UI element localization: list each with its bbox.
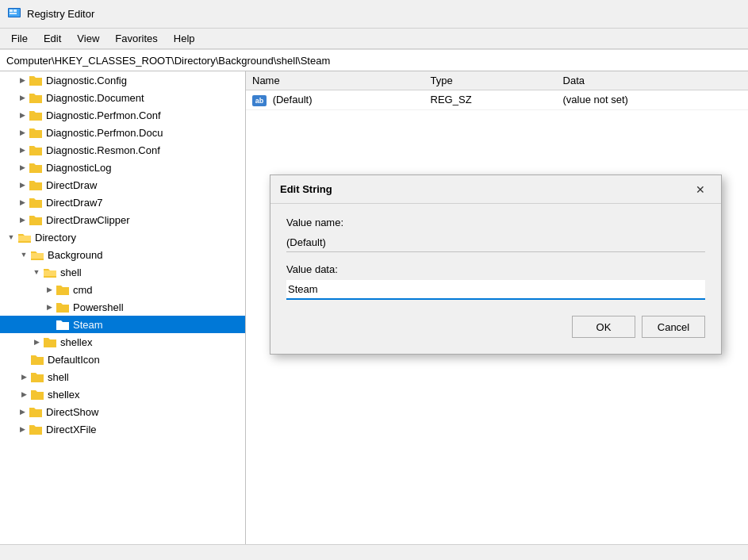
col-data: Data — [557, 71, 748, 90]
menu-help[interactable]: Help — [166, 31, 203, 46]
window-title: Registry Editor — [27, 8, 94, 20]
tree-panel[interactable]: Diagnostic.Config Diagnostic.Document Di… — [0, 71, 246, 544]
tree-item-label: Steam — [73, 319, 103, 331]
address-bar: Computer\HKEY_CLASSES_ROOT\Directory\Bac… — [0, 49, 748, 71]
menu-view[interactable]: View — [69, 31, 107, 46]
reg-type-cell: REG_SZ — [424, 90, 557, 110]
tree-item-label: Diagnostic.Perfmon.Conf — [46, 109, 161, 121]
tree-item-label: DirectXFile — [46, 424, 97, 435]
tree-item-defaulticon[interactable]: DefaultIcon — [0, 351, 245, 368]
chevron-icon — [17, 388, 30, 401]
value-name-label: Value name: — [286, 217, 705, 228]
tree-item-diagnosticlog[interactable]: DiagnosticLog — [0, 159, 245, 176]
chevron-icon — [16, 109, 29, 121]
chevron-icon — [16, 144, 29, 156]
tree-item-label: Diagnostic.Perfmon.Docu — [46, 127, 163, 139]
svg-rect-2 — [10, 10, 13, 12]
folder-icon — [56, 283, 70, 296]
tree-item-directdraw[interactable]: DirectDraw — [0, 176, 245, 194]
tree-item-label: DirectDraw — [46, 179, 97, 191]
folder-open-icon — [30, 248, 44, 261]
folder-icon — [30, 353, 44, 366]
folder-open-icon — [17, 231, 32, 244]
menu-edit[interactable]: Edit — [36, 31, 69, 46]
folder-icon — [30, 370, 44, 383]
tree-item-diagnostic-config[interactable]: Diagnostic.Config — [0, 71, 245, 89]
tree-item-diagnostic-perfmon-conf[interactable]: Diagnostic.Perfmon.Conf — [0, 106, 245, 124]
menu-bar: File Edit View Favorites Help — [0, 29, 748, 49]
chevron-open-icon — [17, 248, 30, 261]
chevron-icon — [16, 423, 29, 435]
tree-item-shell2[interactable]: shell — [0, 368, 245, 385]
dialog-body: Value name: Value data: OK Cancel — [270, 204, 721, 354]
tree-item-shellex2[interactable]: shellex — [0, 385, 245, 403]
registry-table: Name Type Data ab (Default) REG_SZ (valu… — [246, 71, 748, 110]
value-name-field — [286, 233, 705, 252]
chevron-icon — [16, 178, 29, 191]
tree-item-label: shellex — [60, 336, 92, 348]
chevron-icon — [16, 196, 29, 209]
folder-icon — [29, 405, 43, 418]
tree-item-label: Directory — [35, 232, 76, 244]
chevron-icon — [16, 405, 29, 418]
folder-icon — [29, 161, 43, 174]
reg-name-cell: ab (Default) — [246, 90, 424, 110]
chevron-open-icon — [5, 231, 17, 244]
folder-icon — [29, 178, 43, 191]
folder-icon — [29, 74, 43, 86]
tree-item-powershell[interactable]: Powershell — [0, 298, 245, 316]
dialog-buttons: OK Cancel — [286, 316, 705, 338]
svg-rect-3 — [13, 10, 17, 12]
svg-rect-4 — [10, 13, 17, 14]
tree-item-label: Background — [48, 249, 102, 261]
menu-file[interactable]: File — [3, 31, 36, 46]
tree-item-diagnostic-resmon-conf[interactable]: Diagnostic.Resmon.Conf — [0, 141, 245, 159]
folder-icon — [29, 213, 43, 226]
dialog-close-button[interactable]: ✕ — [689, 178, 712, 201]
tree-item-directxfile[interactable]: DirectXFile — [0, 420, 245, 438]
tree-item-label: DirectDraw7 — [46, 197, 103, 209]
app-icon — [6, 6, 22, 22]
chevron-open-icon — [30, 266, 43, 278]
tree-item-label: DefaultIcon — [48, 354, 100, 366]
tree-item-diagnostic-document[interactable]: Diagnostic.Document — [0, 89, 245, 106]
tree-item-label: shell — [48, 371, 69, 383]
tree-item-steam[interactable]: Steam — [0, 316, 245, 333]
table-row[interactable]: ab (Default) REG_SZ (value not set) — [246, 90, 748, 110]
tree-item-directshow[interactable]: DirectShow — [0, 403, 245, 420]
chevron-icon — [16, 126, 29, 139]
tree-item-directdraw7[interactable]: DirectDraw7 — [0, 194, 245, 211]
chevron-icon — [30, 336, 43, 348]
tree-item-label: DirectShow — [46, 406, 98, 418]
tree-item-directory[interactable]: Directory — [0, 228, 245, 246]
edit-string-dialog: Edit String ✕ Value name: Value data: OK… — [270, 175, 722, 355]
chevron-icon — [43, 283, 56, 296]
chevron-icon — [17, 370, 30, 383]
cancel-button[interactable]: Cancel — [642, 316, 705, 338]
tree-item-diagnostic-perfmon-docu[interactable]: Diagnostic.Perfmon.Docu — [0, 124, 245, 141]
tree-item-label: Diagnostic.Document — [46, 92, 144, 104]
title-bar: Registry Editor — [0, 0, 748, 29]
reg-data-cell: (value not set) — [557, 90, 748, 110]
dialog-title: Edit String — [280, 183, 332, 195]
col-name: Name — [246, 71, 424, 90]
folder-icon — [56, 301, 70, 313]
scrollbar-area — [0, 544, 748, 560]
chevron-icon — [16, 213, 29, 226]
folder-icon — [29, 423, 43, 435]
value-data-label: Value data: — [286, 263, 705, 275]
tree-item-shellex[interactable]: shellex — [0, 333, 245, 351]
chevron-icon — [16, 74, 29, 86]
dialog-title-bar: Edit String ✕ — [270, 175, 721, 204]
folder-open-icon — [43, 266, 57, 278]
tree-item-shell[interactable]: shell — [0, 263, 245, 281]
ab-icon: ab — [252, 95, 267, 106]
tree-item-directdrawclipper[interactable]: DirectDrawClipper — [0, 211, 245, 228]
tree-item-label: Diagnostic.Config — [46, 75, 127, 86]
value-data-field[interactable] — [286, 280, 705, 300]
tree-item-background[interactable]: Background — [0, 246, 245, 263]
tree-item-cmd[interactable]: cmd — [0, 281, 245, 298]
menu-favorites[interactable]: Favorites — [107, 31, 165, 46]
folder-icon — [29, 91, 43, 104]
ok-button[interactable]: OK — [572, 316, 635, 338]
